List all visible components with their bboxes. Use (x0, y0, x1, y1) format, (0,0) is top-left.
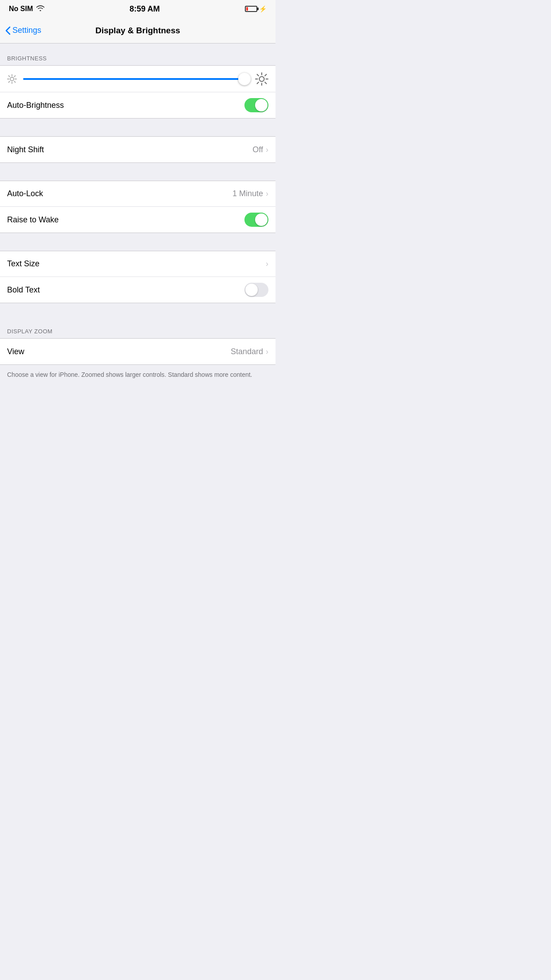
display-zoom-header: DISPLAY ZOOM (0, 321, 276, 338)
page-title: Display & Brightness (95, 26, 180, 36)
night-shift-card: Night Shift Off › (0, 136, 276, 163)
auto-lock-time: 1 Minute (232, 189, 263, 198)
display-zoom-card: View Standard › (0, 338, 276, 365)
text-size-row[interactable]: Text Size › (0, 251, 276, 277)
carrier-label: No SIM (9, 5, 33, 13)
brightness-row (0, 66, 276, 92)
auto-lock-chevron-icon: › (266, 189, 268, 198)
text-size-chevron-icon: › (266, 259, 268, 269)
auto-brightness-row: Auto-Brightness (0, 92, 276, 118)
text-size-chevron-wrap: › (266, 259, 268, 269)
gap-3 (0, 233, 276, 251)
svg-line-17 (257, 82, 259, 83)
svg-line-8 (9, 81, 10, 82)
svg-line-15 (265, 82, 266, 83)
night-shift-chevron-icon: › (266, 145, 268, 154)
svg-point-0 (10, 77, 14, 81)
view-label: View (7, 347, 24, 356)
auto-lock-row[interactable]: Auto-Lock 1 Minute › (0, 181, 276, 207)
display-zoom-footer: Choose a view for iPhone. Zoomed shows l… (0, 365, 276, 385)
bold-text-toggle[interactable] (244, 283, 268, 297)
lock-card: Auto-Lock 1 Minute › Raise to Wake (0, 181, 276, 233)
brightness-header: BRIGHTNESS (0, 48, 276, 65)
auto-lock-label: Auto-Lock (7, 189, 43, 198)
night-shift-row[interactable]: Night Shift Off › (0, 137, 276, 162)
raise-to-wake-row: Raise to Wake (0, 207, 276, 233)
sun-bright-icon (255, 72, 268, 86)
back-button[interactable]: Settings (5, 26, 41, 35)
view-chevron-icon: › (266, 347, 268, 356)
bold-text-thumb (245, 284, 258, 296)
text-card: Text Size › Bold Text (0, 251, 276, 303)
sun-dim-icon (7, 74, 17, 84)
svg-line-6 (14, 81, 15, 82)
auto-brightness-toggle[interactable] (244, 98, 268, 112)
brightness-card: Auto-Brightness (0, 65, 276, 119)
status-left: No SIM (9, 5, 44, 13)
gap-1 (0, 119, 276, 136)
auto-brightness-thumb (255, 99, 268, 111)
bold-text-row: Bold Text (0, 277, 276, 303)
nav-bar: Settings Display & Brightness (0, 18, 276, 43)
wifi-icon (36, 5, 44, 13)
raise-to-wake-thumb (255, 213, 268, 226)
brightness-slider-thumb[interactable] (238, 73, 251, 85)
gap-top (0, 43, 276, 48)
status-bar: No SIM 8:59 AM ⚡ (0, 0, 276, 18)
raise-to-wake-label: Raise to Wake (7, 215, 59, 225)
svg-line-16 (265, 74, 266, 75)
back-chevron-icon (5, 26, 11, 35)
gap-2 (0, 163, 276, 181)
bold-text-label: Bold Text (7, 285, 40, 295)
battery-fill (246, 7, 248, 11)
raise-to-wake-toggle[interactable] (244, 213, 268, 227)
view-row[interactable]: View Standard › (0, 339, 276, 364)
svg-line-5 (9, 75, 10, 76)
gap-4 (0, 303, 276, 321)
back-label: Settings (12, 26, 41, 35)
night-shift-status: Off (252, 145, 263, 154)
svg-point-9 (260, 76, 264, 81)
night-shift-value: Off › (252, 145, 268, 154)
svg-line-14 (257, 74, 259, 75)
text-size-label: Text Size (7, 259, 39, 269)
auto-brightness-label: Auto-Brightness (7, 101, 64, 110)
auto-lock-value: 1 Minute › (232, 189, 268, 198)
svg-line-7 (14, 75, 15, 76)
view-value: Standard › (231, 347, 268, 356)
battery-icon (245, 6, 257, 12)
status-time: 8:59 AM (130, 4, 160, 14)
night-shift-label: Night Shift (7, 145, 44, 154)
view-current: Standard (231, 347, 263, 356)
status-right: ⚡ (245, 5, 267, 12)
brightness-slider[interactable] (23, 78, 249, 80)
charging-icon: ⚡ (259, 5, 267, 12)
